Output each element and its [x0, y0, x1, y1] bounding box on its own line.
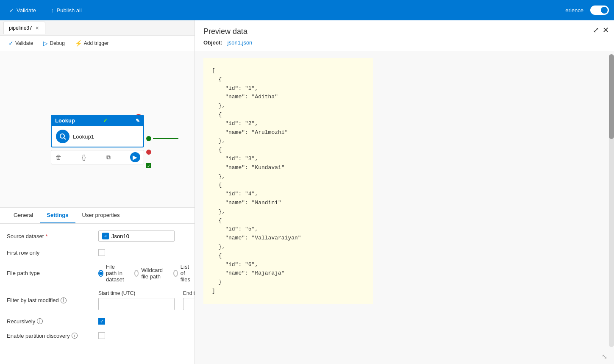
preview-close-btn[interactable]: ✕	[603, 25, 609, 35]
radio-label-list: List of files	[181, 264, 194, 283]
top-bar: ✓ Validate ↑ Publish all erience	[0, 0, 614, 20]
error-connector	[146, 150, 151, 155]
dataset-name: Json10	[111, 233, 129, 239]
required-star: *	[45, 233, 47, 239]
partition-info-icon[interactable]: i	[72, 333, 78, 339]
settings-tabs: General Settings User properties	[0, 208, 194, 224]
svg-line-1	[64, 138, 66, 139]
radio-circle-wildcard	[134, 270, 139, 277]
end-time-input[interactable]	[183, 298, 194, 310]
validate-btn[interactable]: ✓ Validate	[5, 38, 36, 48]
file-path-radio-group: File path in dataset Wildcard file path …	[98, 264, 194, 283]
file-path-type-row: File path type File path in dataset Wild…	[7, 264, 188, 283]
publish-all-btn[interactable]: ↑ Publish all	[47, 5, 86, 16]
recursively-checkbox[interactable]: ✓	[98, 318, 105, 325]
first-row-only-checkbox[interactable]	[98, 249, 105, 256]
validate-top-label: Validate	[17, 7, 36, 14]
node-copy-btn[interactable]: ⧉	[106, 153, 111, 162]
lookup-body-icon	[56, 130, 69, 143]
validate-top-btn[interactable]: ✓ Validate	[5, 5, 40, 16]
recursively-value: ✓	[98, 318, 188, 325]
close-tab-btn[interactable]: ×	[35, 25, 40, 31]
top-bar-right: erience	[565, 6, 609, 15]
validate-icon: ✓	[8, 40, 14, 47]
dataset-type-icon: J	[102, 233, 109, 239]
node-code-btn[interactable]: {}	[81, 153, 86, 161]
dataset-input[interactable]: J Json10	[98, 231, 175, 242]
node-delete-btn[interactable]: 🗑	[55, 153, 62, 161]
partition-discovery-row: Enable partition discovery i	[7, 332, 188, 339]
filter-last-modified-value: Start time (UTC) End time (UTC)	[98, 290, 194, 310]
source-dataset-label: Source dataset *	[7, 233, 92, 239]
preview-object-value: json1.json	[228, 39, 253, 46]
time-inputs: Start time (UTC) End time (UTC)	[98, 290, 194, 310]
tab-general[interactable]: General	[7, 208, 40, 223]
source-dataset-value: J Json10	[98, 231, 188, 242]
radio-wildcard[interactable]: Wildcard file path	[134, 267, 165, 280]
lookup-node-edit-icon[interactable]: ✎	[136, 118, 140, 124]
experience-label: erience	[565, 7, 583, 14]
connection-lines: ✓	[146, 136, 178, 177]
file-path-type-label: File path type	[7, 270, 92, 276]
node-proceed-btn[interactable]: ▶	[130, 152, 140, 162]
resize-handle[interactable]: ⤡	[602, 353, 607, 361]
lookup-node-body: Lookup1	[51, 126, 144, 147]
settings-panel: General Settings User properties Source …	[0, 207, 194, 364]
recursively-info-icon[interactable]: i	[37, 318, 43, 324]
lookup-node[interactable]: Lookup ✓ ✎ Lookup1 🗑 {}	[51, 115, 144, 164]
file-path-type-value: File path in dataset Wildcard file path …	[98, 264, 194, 283]
svg-point-0	[60, 134, 64, 138]
add-trigger-btn[interactable]: ⚡ Add trigger	[72, 38, 112, 48]
tab-settings[interactable]: Settings	[40, 208, 75, 223]
preview-expand-btn[interactable]: ⤢	[593, 25, 599, 35]
end-time-label: End time (UTC)	[183, 290, 194, 296]
start-time-input[interactable]	[98, 298, 175, 310]
experience-toggle[interactable]	[590, 6, 609, 15]
radio-label-dataset: File path in dataset	[106, 264, 126, 283]
first-row-only-label: First row only	[7, 250, 92, 256]
partition-discovery-value	[98, 332, 188, 339]
settings-content: Source dataset * J Json10 First row only	[0, 224, 194, 353]
lookup-node-header: Lookup ✓ ✎	[51, 115, 144, 126]
radio-list-files[interactable]: List of files i	[173, 264, 194, 283]
tab-user-properties[interactable]: User properties	[75, 208, 127, 223]
partition-discovery-label: Enable partition discovery i	[7, 333, 92, 339]
success-connector	[146, 136, 151, 141]
debug-btn[interactable]: ▷ Debug	[40, 38, 68, 48]
filter-last-modified-row: Filter by last modified i Start time (UT…	[7, 290, 188, 310]
radio-circle-list	[173, 270, 178, 277]
first-row-only-value	[98, 249, 188, 256]
preview-header: Preview data Object: json1.json ⤢ ✕	[195, 20, 614, 51]
preview-scrollbar[interactable]	[609, 54, 614, 347]
preview-scrollbar-thumb	[609, 54, 614, 139]
first-row-only-row: First row only	[7, 249, 188, 256]
recursively-label: Recursively i	[7, 318, 92, 325]
end-time-group: End time (UTC)	[183, 290, 194, 310]
node-toolbar: 🗑 {} ⧉ ▶	[51, 150, 144, 164]
preview-title: Preview data	[203, 27, 606, 36]
lookup-node-title: Lookup	[55, 117, 75, 124]
main-layout: pipeline37 × ✓ Validate ▷ Debug ⚡ Add tr…	[0, 20, 614, 364]
canvas-area: Lookup ✓ ✎ Lookup1 🗑 {}	[0, 51, 194, 207]
debug-icon: ▷	[43, 40, 48, 47]
pipeline-tabs: pipeline37 ×	[0, 20, 194, 36]
preview-controls: ⤢ ✕	[593, 25, 609, 35]
preview-content: [ { "id": "1", "name": "Aditha" }, { "id…	[195, 51, 614, 364]
radio-file-path-dataset[interactable]: File path in dataset	[98, 264, 126, 283]
start-time-label: Start time (UTC)	[98, 290, 175, 296]
lookup-node-check-icon: ✓	[103, 117, 108, 124]
add-trigger-label: Add trigger	[84, 40, 109, 46]
filter-info-icon[interactable]: i	[61, 297, 67, 303]
validate-top-icon: ✓	[9, 7, 14, 14]
pipeline-tab-name: pipeline37	[9, 25, 32, 31]
source-dataset-row: Source dataset * J Json10	[7, 231, 188, 242]
publish-icon: ↑	[51, 7, 54, 14]
filter-last-modified-label: Filter by last modified i	[7, 297, 92, 303]
pipeline-tab[interactable]: pipeline37 ×	[3, 22, 45, 34]
radio-circle-dataset	[98, 270, 103, 277]
publish-all-label: Publish all	[57, 7, 82, 14]
preview-object-row: Object: json1.json	[203, 39, 606, 46]
debug-label: Debug	[50, 40, 64, 46]
partition-discovery-checkbox[interactable]	[98, 332, 105, 339]
trigger-icon: ⚡	[75, 40, 82, 47]
